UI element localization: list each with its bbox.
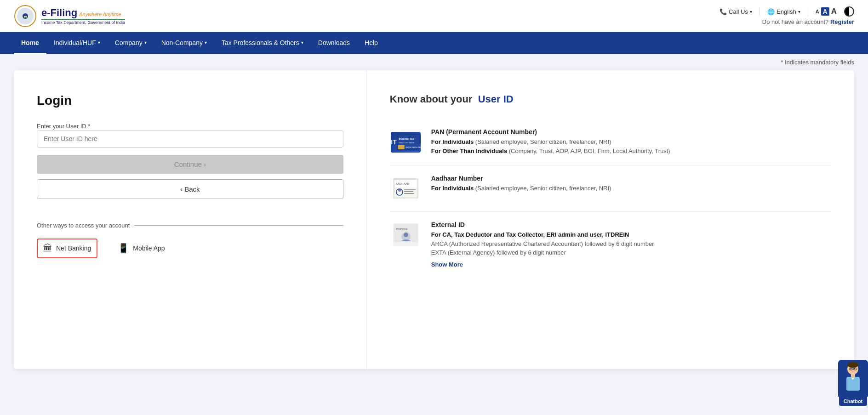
nav-company[interactable]: Company ▾ — [108, 32, 154, 54]
lang-chevron-icon: ▾ — [798, 9, 800, 14]
svg-text:AADHAAR: AADHAAR — [396, 182, 410, 185]
aadhaar-card-icon: AADHAAR — [393, 178, 418, 199]
nav-chevron2: ▾ — [144, 40, 147, 45]
language-button[interactable]: 🌐 English ▾ — [767, 8, 800, 15]
aadhaar-info-item: AADHAAR Aadhaar Number For Individuals (… — [390, 165, 831, 212]
svg-point-21 — [404, 233, 408, 237]
aadhaar-info-text: Aadhaar Number For Individuals (Salaried… — [431, 175, 831, 202]
emblem-icon: 🇮🇳 — [14, 5, 37, 28]
nav-chevron3: ▾ — [205, 40, 207, 45]
font-medium-button[interactable]: A — [821, 7, 829, 16]
back-button[interactable]: ‹ Back — [37, 179, 343, 199]
pan-for-individuals-rest: (Salaried employee, Senior citizen, free… — [475, 138, 611, 145]
globe-icon: 🌐 — [767, 8, 775, 15]
svg-text:🇮🇳: 🇮🇳 — [24, 15, 28, 19]
svg-point-24 — [847, 362, 858, 368]
mobile-app-label: Mobile App — [133, 244, 165, 252]
header-right: 📞 Call Us ▾ 🌐 English ▾ A A A Do not hav… — [720, 6, 854, 25]
pan-info-item: Income Tax GOVT. OF INDIA XXXX XXXX XXXX… — [390, 119, 831, 165]
pan-for-others-label: For Other Than Individuals — [431, 148, 507, 154]
nav-chevron: ▾ — [98, 40, 100, 45]
register-area: Do not have an account? Register — [762, 18, 854, 25]
main-content: Login Enter your User ID * Continue › ‹ … — [14, 70, 854, 369]
font-small-button[interactable]: A — [816, 9, 819, 14]
info-title-highlight: User ID — [478, 93, 514, 105]
nav-individual-huf[interactable]: Individual/HUF ▾ — [46, 32, 108, 54]
logo-efiling: e-Filing — [41, 7, 77, 19]
svg-text:External: External — [396, 227, 408, 231]
svg-rect-17 — [404, 193, 414, 194]
aadhaar-heading: Aadhaar Number — [431, 175, 831, 182]
nav-non-company[interactable]: Non-Company ▾ — [154, 32, 214, 54]
logo-dept: Income Tax Department, Government of Ind… — [41, 19, 125, 25]
nav-bar: Home Individual/HUF ▾ Company ▾ Non-Comp… — [0, 32, 868, 54]
contrast-button[interactable] — [844, 6, 854, 17]
svg-point-25 — [851, 368, 852, 370]
pan-heading: PAN (Permanent Account Number) — [431, 128, 831, 136]
pan-line1: For Individuals (Salaried employee, Seni… — [431, 137, 831, 147]
nav-home[interactable]: Home — [14, 32, 46, 54]
external-id-icon: External — [393, 223, 418, 246]
font-controls: A A A — [816, 7, 837, 16]
info-title: Know about your User ID — [390, 93, 831, 105]
login-panel: Login Enter your User ID * Continue › ‹ … — [14, 70, 367, 369]
user-id-input[interactable] — [37, 130, 343, 148]
pan-for-others-rest: (Company, Trust, AOP, AJP, BOI, Firm, Lo… — [509, 148, 670, 154]
phone-icon: 📞 — [720, 8, 727, 15]
svg-text:XXXX XXXX XXXX: XXXX XXXX XXXX — [405, 146, 421, 148]
language-label: English — [777, 8, 796, 15]
external-heading: External ID — [431, 221, 831, 228]
register-link[interactable]: Register — [830, 18, 854, 25]
header-controls: 📞 Call Us ▾ 🌐 English ▾ A A A — [720, 6, 854, 17]
external-info-text: External ID For CA, Tax Deductor and Tax… — [431, 221, 831, 268]
nav-chevron4: ▾ — [301, 40, 303, 45]
divider — [760, 7, 760, 16]
info-title-prefix: Know about your — [390, 93, 473, 105]
other-ways-header: Other ways to access your account — [37, 222, 343, 229]
chatbot-widget[interactable]: Chatbot — [838, 360, 868, 406]
continue-button[interactable]: Continue › — [37, 155, 343, 174]
svg-text:GOVT. OF INDIA: GOVT. OF INDIA — [399, 142, 414, 144]
pan-card-icon: Income Tax GOVT. OF INDIA XXXX XXXX XXXX — [391, 132, 421, 153]
logo-area: 🇮🇳 e-Filing Anywhere Anytime Income Tax … — [14, 5, 125, 28]
access-options: 🏛 Net Banking 📱 Mobile App — [37, 238, 343, 258]
call-us-label: Call Us — [729, 8, 748, 15]
nav-help[interactable]: Help — [357, 32, 385, 54]
pan-icon-area: Income Tax GOVT. OF INDIA XXXX XXXX XXXX — [390, 128, 422, 156]
nav-tax-professionals[interactable]: Tax Professionals & Others ▾ — [214, 32, 311, 54]
svg-point-26 — [854, 368, 856, 370]
mobile-app-option[interactable]: 📱 Mobile App — [111, 238, 171, 258]
call-us-button[interactable]: 📞 Call Us ▾ — [720, 8, 752, 15]
user-id-label: Enter your User ID * — [37, 123, 90, 130]
external-line3: EXTA (External Agency) followed by 6 dig… — [431, 248, 831, 257]
pan-line2: For Other Than Individuals (Company, Tru… — [431, 147, 831, 156]
svg-rect-16 — [404, 191, 413, 192]
external-info-item: External External ID For CA, Tax Deducto… — [390, 212, 831, 278]
svg-rect-8 — [398, 145, 404, 149]
pan-info-text: PAN (Permanent Account Number) For Indiv… — [431, 128, 831, 156]
pan-for-individuals-label: For Individuals — [431, 138, 474, 145]
other-ways-label: Other ways to access your account — [37, 222, 130, 229]
external-for-ca-label: For CA, Tax Deductor and Tax Collector, … — [431, 231, 629, 238]
logo-text: e-Filing Anywhere Anytime Income Tax Dep… — [41, 7, 125, 25]
mobile-icon: 📱 — [118, 243, 129, 254]
aadhaar-icon-area: AADHAAR — [390, 175, 422, 202]
chatbot-avatar — [838, 360, 868, 397]
logo-tagline1: Anywhere Anytime — [79, 11, 121, 17]
aadhaar-for-individuals-label: For Individuals — [431, 185, 474, 192]
nav-downloads[interactable]: Downloads — [311, 32, 357, 54]
show-more-link[interactable]: Show More — [431, 261, 463, 268]
no-account-text: Do not have an account? — [762, 18, 829, 25]
info-panel: Know about your User ID Income Tax GOVT.… — [367, 70, 854, 369]
mandatory-note: * Indicates mandatory fields — [0, 54, 868, 70]
svg-text:Income Tax: Income Tax — [399, 137, 414, 140]
svg-rect-31 — [851, 374, 855, 378]
other-ways-section: Other ways to access your account 🏛 Net … — [37, 222, 343, 258]
aadhaar-for-individuals-rest: (Salaried employee, Senior citizen, free… — [475, 185, 611, 192]
login-title: Login — [37, 93, 343, 108]
aadhaar-line1: For Individuals (Salaried employee, Seni… — [431, 184, 831, 193]
chatbot-label: Chatbot — [839, 397, 868, 406]
font-large-button[interactable]: A — [831, 7, 837, 16]
svg-rect-15 — [404, 189, 416, 190]
net-banking-option[interactable]: 🏛 Net Banking — [37, 239, 97, 258]
